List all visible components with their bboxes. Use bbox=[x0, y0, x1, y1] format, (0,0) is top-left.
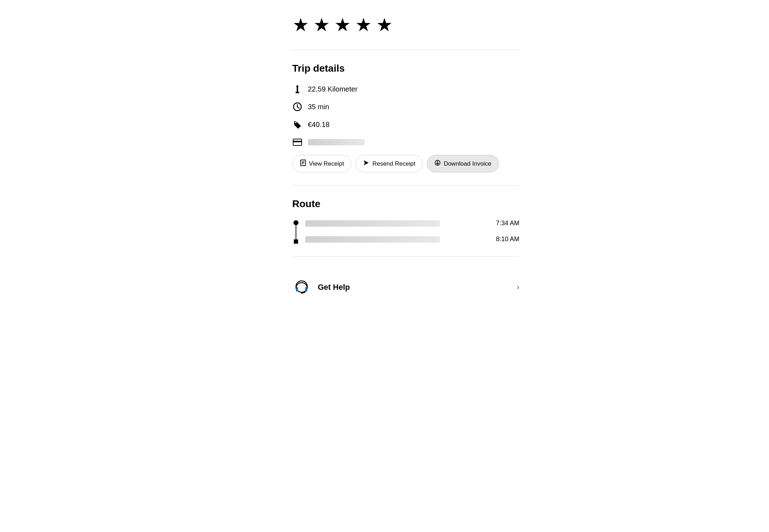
star-2: ★ bbox=[313, 14, 330, 35]
duration-row: 35 min bbox=[292, 102, 520, 112]
route-connector-line bbox=[296, 225, 296, 239]
resend-receipt-label: Resend Receipt bbox=[372, 160, 415, 167]
route-start-row: 7:34 AM 8:10 AM bbox=[292, 220, 520, 244]
send-icon bbox=[363, 160, 369, 168]
route-start-dot bbox=[293, 220, 298, 225]
receipt-icon bbox=[300, 160, 306, 168]
star-1: ★ bbox=[292, 14, 309, 35]
star-4: ★ bbox=[355, 14, 372, 35]
download-icon bbox=[434, 160, 441, 168]
divider-middle bbox=[292, 185, 520, 185]
price-value: €40.18 bbox=[308, 121, 330, 129]
road-icon bbox=[292, 84, 302, 94]
distance-value: 22.59 Kilometer bbox=[308, 85, 358, 93]
view-receipt-button[interactable]: View Receipt bbox=[292, 155, 352, 172]
price-row: €40.18 bbox=[292, 120, 520, 129]
route-section: Route 7:34 AM 8:10 AM bbox=[292, 198, 520, 244]
route-title: Route bbox=[292, 198, 520, 210]
divider-top bbox=[292, 50, 520, 50]
get-help-row[interactable]: Get Help › bbox=[292, 270, 520, 305]
svg-rect-0 bbox=[297, 87, 298, 92]
duration-value: 35 min bbox=[308, 103, 329, 111]
get-help-label: Get Help bbox=[318, 283, 510, 292]
end-time: 8:10 AM bbox=[482, 235, 519, 243]
star-3: ★ bbox=[334, 14, 351, 35]
start-time: 7:34 AM bbox=[482, 220, 519, 227]
distance-row: 22.59 Kilometer bbox=[292, 84, 520, 94]
star-5: ★ bbox=[376, 14, 393, 35]
trip-details-title: Trip details bbox=[292, 63, 520, 74]
payment-redacted bbox=[308, 139, 365, 145]
headset-icon bbox=[292, 278, 311, 297]
svg-point-15 bbox=[301, 292, 302, 294]
svg-marker-11 bbox=[364, 160, 369, 165]
tag-icon bbox=[292, 120, 302, 129]
route-labels: 7:34 AM 8:10 AM bbox=[305, 220, 520, 243]
svg-point-4 bbox=[295, 122, 296, 123]
divider-bottom bbox=[292, 256, 520, 257]
svg-rect-6 bbox=[293, 141, 302, 142]
resend-receipt-button[interactable]: Resend Receipt bbox=[356, 155, 423, 172]
route-end-label-row: 8:10 AM bbox=[305, 235, 520, 243]
clock-icon bbox=[292, 102, 302, 112]
download-invoice-label: Download Invoice bbox=[444, 160, 491, 167]
download-invoice-button[interactable]: Download Invoice bbox=[427, 155, 499, 172]
route-start-label-row: 7:34 AM bbox=[305, 220, 520, 227]
payment-row bbox=[292, 137, 520, 147]
end-address-redacted bbox=[305, 236, 440, 243]
route-end-square bbox=[294, 239, 298, 244]
card-icon bbox=[292, 137, 302, 147]
view-receipt-label: View Receipt bbox=[309, 160, 344, 167]
action-buttons: View Receipt Resend Receipt bbox=[292, 155, 520, 172]
start-address-redacted bbox=[305, 220, 440, 227]
rating-stars: ★ ★ ★ ★ ★ bbox=[292, 14, 520, 35]
svg-line-3 bbox=[297, 107, 299, 108]
chevron-right-icon: › bbox=[517, 283, 519, 292]
trip-details-section: Trip details 22.59 Kilometer 35 bbox=[292, 63, 520, 172]
